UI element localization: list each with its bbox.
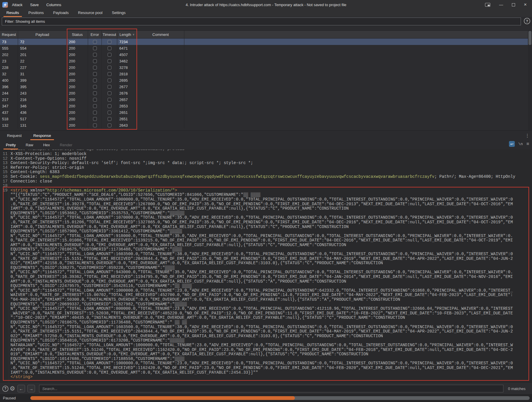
- error-checkbox[interactable]: [93, 46, 97, 50]
- timeout-checkbox[interactable]: [108, 91, 111, 95]
- cell-timeout: [102, 122, 117, 128]
- kebab-menu-icon[interactable]: ⋮: [525, 133, 530, 138]
- timeout-checkbox[interactable]: [108, 72, 111, 76]
- scrollbar-thumb[interactable]: [528, 31, 531, 45]
- cell-request: 437: [0, 109, 18, 116]
- tab-resource-pool[interactable]: Resource pool: [75, 9, 106, 17]
- cell-error: [88, 58, 102, 64]
- cell-status: 200: [67, 83, 88, 90]
- column-header-status[interactable]: Status: [67, 31, 88, 38]
- maximize-icon[interactable]: [512, 3, 515, 6]
- minimize-icon[interactable]: —: [499, 2, 503, 7]
- error-checkbox[interactable]: [93, 117, 97, 121]
- cell-payload: 131: [18, 122, 67, 128]
- column-header-length[interactable]: Length∨: [117, 31, 137, 38]
- error-checkbox[interactable]: [93, 66, 97, 69]
- timeout-checkbox[interactable]: [108, 117, 111, 121]
- error-checkbox[interactable]: [93, 53, 97, 57]
- search-settings-gear-icon[interactable]: ⚙: [10, 385, 15, 392]
- response-editor[interactable]: Strict-Transport-Security: max-age=31536…: [0, 149, 532, 383]
- cell-payload: 554: [18, 45, 67, 51]
- cell-request: 400: [0, 77, 18, 83]
- result-row[interactable]: 5555542006471: [0, 45, 528, 51]
- tab-response[interactable]: Response: [29, 132, 55, 140]
- error-checkbox[interactable]: [93, 104, 97, 108]
- result-row[interactable]: 32312002818: [0, 71, 528, 77]
- timeout-checkbox[interactable]: [108, 85, 111, 89]
- subtab-hex[interactable]: Hex: [40, 141, 53, 149]
- result-row[interactable]: 1321312002643: [0, 122, 528, 128]
- subtab-raw[interactable]: Raw: [22, 141, 37, 149]
- timeout-checkbox[interactable]: [108, 98, 111, 102]
- response-line-body: EQUIPMENTS","LOSID":538275,"CUSTOMERID":…: [0, 266, 532, 270]
- column-header-request[interactable]: Request: [0, 31, 18, 38]
- response-line-body: N","UCIC_NO":"1164572","TOTAL_LOAN_AMOUN…: [0, 361, 532, 366]
- next-match-button[interactable]: →: [27, 385, 35, 392]
- error-checkbox[interactable]: [93, 123, 97, 127]
- result-row[interactable]: 2172162002657: [0, 96, 528, 103]
- cell-length: 2653: [117, 103, 137, 109]
- timeout-checkbox[interactable]: [108, 59, 111, 63]
- menu-columns[interactable]: Columns: [46, 3, 61, 7]
- timeout-checkbox[interactable]: [108, 111, 111, 114]
- menu-attack[interactable]: Attack: [12, 3, 22, 7]
- timeout-checkbox[interactable]: [108, 46, 111, 50]
- error-checkbox[interactable]: [93, 111, 97, 114]
- column-header-comment[interactable]: Comment: [137, 31, 184, 38]
- search-help-icon[interactable]: ?: [2, 386, 8, 392]
- result-row[interactable]: 2282272003278: [0, 64, 528, 71]
- prev-match-button[interactable]: ←: [18, 385, 25, 392]
- cell-comment: [137, 109, 184, 116]
- line-number: [0, 316, 8, 320]
- error-checkbox[interactable]: [93, 85, 97, 89]
- filter-bar[interactable]: Filter: Showing all items: [2, 18, 521, 25]
- timeout-checkbox[interactable]: [108, 79, 111, 82]
- column-header-timeout[interactable]: Timeout: [102, 31, 117, 38]
- result-row[interactable]: 3473462002653: [0, 103, 528, 109]
- result-row[interactable]: 2442432002676: [0, 90, 528, 96]
- menu-save[interactable]: Save: [30, 3, 39, 7]
- error-checkbox[interactable]: [93, 91, 97, 95]
- tab-request[interactable]: Request: [3, 132, 26, 140]
- timeout-checkbox[interactable]: [108, 123, 111, 127]
- screen-icon[interactable]: [485, 3, 490, 7]
- result-row[interactable]: 3963952002677: [0, 83, 528, 90]
- cell-filler: [184, 96, 528, 103]
- timeout-checkbox[interactable]: [108, 40, 111, 44]
- tab-results[interactable]: Results: [3, 9, 22, 17]
- result-row[interactable]: 73722007234: [0, 39, 528, 45]
- column-header-error[interactable]: Error: [88, 31, 102, 38]
- cell-timeout: [102, 77, 117, 83]
- error-checkbox[interactable]: [93, 40, 97, 44]
- tab-payloads[interactable]: Payloads: [50, 9, 72, 17]
- timeout-checkbox[interactable]: [108, 66, 111, 69]
- response-line-body: EQUIPMENTS","LOSID":3584810,"CUSTOMERID"…: [0, 338, 532, 343]
- result-row[interactable]: 4374362002651: [0, 109, 528, 116]
- timeout-checkbox[interactable]: [108, 104, 111, 108]
- result-row[interactable]: 4003992002695: [0, 77, 528, 83]
- soft-wrap-icon[interactable]: ↩: [509, 141, 515, 147]
- error-checkbox[interactable]: [93, 98, 97, 102]
- error-checkbox[interactable]: [93, 79, 97, 82]
- result-row[interactable]: 5185172002651: [0, 116, 528, 122]
- close-icon[interactable]: ×: [524, 2, 527, 8]
- window-controls: — ×: [485, 2, 532, 8]
- help-icon[interactable]: ?: [524, 18, 530, 24]
- line-number: [0, 279, 8, 284]
- search-input[interactable]: [39, 385, 503, 392]
- result-row[interactable]: 23222003462: [0, 58, 528, 64]
- cell-filler: [184, 64, 528, 71]
- result-row[interactable]: 2022012004507: [0, 51, 528, 58]
- column-header-payload[interactable]: Payload: [18, 31, 67, 38]
- error-checkbox[interactable]: [93, 59, 97, 63]
- subtab-pretty[interactable]: Pretty: [2, 141, 19, 149]
- cell-status: 200: [67, 122, 88, 128]
- newline-icon[interactable]: \n: [518, 142, 523, 146]
- table-scrollbar[interactable]: [528, 30, 532, 130]
- menu-icon[interactable]: ≡: [526, 141, 529, 147]
- timeout-checkbox[interactable]: [108, 53, 111, 57]
- tab-settings[interactable]: Settings: [108, 9, 129, 17]
- tab-positions[interactable]: Positions: [25, 9, 47, 17]
- error-checkbox[interactable]: [93, 72, 97, 76]
- line-number: 17: [0, 179, 8, 184]
